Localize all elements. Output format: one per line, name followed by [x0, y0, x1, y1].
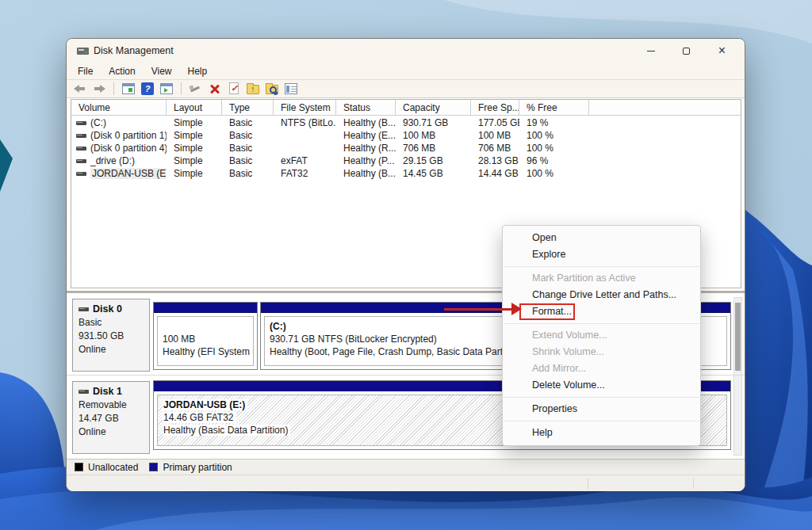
- back-icon[interactable]: [73, 82, 87, 95]
- column-header-volume[interactable]: Volume: [71, 100, 167, 116]
- forward-icon[interactable]: [92, 82, 106, 95]
- menu-separator: [504, 421, 699, 421]
- column-header-free[interactable]: % Free: [519, 100, 589, 116]
- toolbar: [67, 80, 745, 98]
- partition-body: 100 MBHealthy (EFI System Par: [157, 316, 254, 366]
- cell-volume: (Disk 0 partition 1): [71, 129, 167, 142]
- cell-file_system: NTFS (BitLo...: [274, 116, 336, 129]
- close-button[interactable]: ×: [704, 39, 740, 63]
- context-menu-item-explore[interactable]: Explore: [503, 246, 700, 263]
- cell-layout: Simple: [167, 116, 222, 129]
- table-row-drive-d[interactable]: _drive (D:)SimpleBasicexFATHealthy (P...…: [71, 154, 741, 167]
- cell-free_space: 28.13 GB: [471, 154, 519, 167]
- check-document-icon[interactable]: [227, 82, 241, 95]
- minimize-button[interactable]: [633, 39, 668, 63]
- desktop: Disk Management × FileActionViewHelp Vol…: [0, 0, 812, 530]
- cell-capacity: 100 MB: [396, 129, 471, 142]
- maximize-button[interactable]: [668, 39, 704, 63]
- volume-name: (C:): [90, 117, 106, 128]
- cell-status: Healthy (R...: [336, 142, 396, 154]
- status-bar: [67, 475, 745, 491]
- menu-separator: [504, 323, 699, 324]
- disk-detail: Online: [79, 344, 149, 355]
- column-header-layout[interactable]: Layout: [167, 100, 222, 116]
- partition-line: Healthy (EFI System Par: [163, 346, 254, 357]
- column-header-free-sp[interactable]: Free Sp...: [471, 100, 519, 116]
- cell-layout: Simple: [167, 142, 222, 154]
- cell-type: Basic: [222, 142, 274, 154]
- tool-icon[interactable]: [189, 82, 203, 95]
- column-header-file-system[interactable]: File System: [274, 100, 336, 116]
- console-tree-icon[interactable]: [121, 82, 136, 95]
- disk-label-disk-1[interactable]: Disk 1Removable14.47 GBOnline: [72, 381, 150, 454]
- context-menu-item-delete-volume[interactable]: Delete Volume...: [503, 377, 700, 394]
- status-bar-divider: [588, 479, 588, 489]
- properties-icon[interactable]: [284, 82, 298, 95]
- cell-file_system: [274, 142, 336, 154]
- partition-line: 14.46 GB FAT32: [163, 412, 236, 423]
- partition-title: JORDAN-USB (E:): [163, 399, 247, 410]
- column-header-status[interactable]: Status: [336, 100, 396, 116]
- volume-icon: [76, 147, 86, 151]
- legend-swatch-unallocated: [75, 463, 83, 471]
- annotation-arrow-head: [511, 303, 522, 315]
- cell-pct_free: 100 %: [519, 129, 589, 142]
- table-row-disk-0-partition-1[interactable]: (Disk 0 partition 1)SimpleBasicHealthy (…: [71, 129, 741, 142]
- legend-label-primary-partition: Primary partition: [163, 462, 232, 473]
- menu-help[interactable]: Help: [180, 63, 216, 79]
- context-menu-item-help[interactable]: Help: [503, 425, 700, 441]
- annotation-arrow: [444, 308, 513, 311]
- context-menu-item-format[interactable]: Format...: [503, 303, 700, 320]
- cell-status: Healthy (P...: [336, 154, 396, 167]
- help-icon[interactable]: [140, 82, 155, 95]
- volume-name: (Disk 0 partition 1): [90, 130, 167, 141]
- partition-title: (C:): [270, 321, 286, 332]
- minimize-icon: [647, 51, 655, 51]
- cell-capacity: 14.45 GB: [396, 167, 471, 180]
- legend-swatch-primary-partition: [149, 463, 158, 471]
- menu-action[interactable]: Action: [101, 63, 143, 79]
- cell-volume: _drive (D:): [71, 154, 167, 167]
- cell-status: Healthy (E...: [336, 129, 396, 142]
- cell-type: Basic: [222, 129, 274, 142]
- cell-status: Healthy (B...: [336, 116, 396, 129]
- table-row-jordan-usb-e[interactable]: JORDAN-USB (E:)SimpleBasicFAT32Healthy (…: [71, 167, 741, 180]
- disk-name: Disk 0: [79, 303, 149, 315]
- cell-pct_free: 100 %: [519, 142, 589, 154]
- context-menu-item-properties[interactable]: Properties: [503, 401, 700, 418]
- menu-view[interactable]: View: [144, 63, 180, 79]
- partition-line: Healthy (Basic Data Partition): [163, 425, 290, 436]
- volume-icon: [76, 121, 86, 125]
- cell-pct_free: 19 %: [519, 116, 589, 129]
- volume-name: _drive (D:): [90, 155, 135, 166]
- column-header-type[interactable]: Type: [222, 100, 274, 116]
- menu-separator: [504, 266, 699, 267]
- cell-capacity: 930.71 GB: [396, 116, 471, 129]
- context-menu-item-extend-volume: Extend Volume...: [503, 327, 700, 344]
- volume-table-header: VolumeLayoutTypeFile SystemStatusCapacit…: [71, 100, 741, 116]
- context-menu: OpenExploreMark Partition as ActiveChang…: [502, 225, 701, 446]
- open-folder-icon[interactable]: [246, 82, 260, 95]
- partition-bar: [154, 303, 257, 313]
- menu-file[interactable]: File: [70, 63, 101, 79]
- table-row-c[interactable]: (C:)SimpleBasicNTFS (BitLo...Healthy (B.…: [71, 116, 741, 129]
- cell-capacity: 29.15 GB: [396, 154, 471, 167]
- explore-folder-icon[interactable]: [265, 82, 279, 95]
- cell-layout: Simple: [167, 129, 222, 142]
- column-header-capacity[interactable]: Capacity: [396, 100, 471, 116]
- annotation-highlight-box: [519, 303, 575, 320]
- cell-free_space: 14.44 GB: [471, 167, 519, 180]
- menu-separator: [504, 397, 699, 398]
- title-bar[interactable]: Disk Management ×: [67, 39, 745, 63]
- action-pane-icon[interactable]: [159, 82, 174, 95]
- disk-label-disk-0[interactable]: Disk 0Basic931.50 GBOnline: [72, 299, 150, 372]
- volume-icon: [76, 159, 86, 163]
- context-menu-item-change-drive-letter-and-paths[interactable]: Change Drive Letter and Paths...: [503, 287, 700, 303]
- disk-icon: [79, 307, 89, 311]
- delete-volume-icon[interactable]: [208, 82, 222, 95]
- context-menu-item-open[interactable]: Open: [503, 230, 700, 246]
- status-bar-divider: [693, 479, 694, 489]
- cell-type: Basic: [222, 116, 274, 129]
- table-row-disk-0-partition-4[interactable]: (Disk 0 partition 4)SimpleBasicHealthy (…: [71, 142, 741, 154]
- efi-system-partition[interactable]: 100 MBHealthy (EFI System Par: [153, 302, 258, 370]
